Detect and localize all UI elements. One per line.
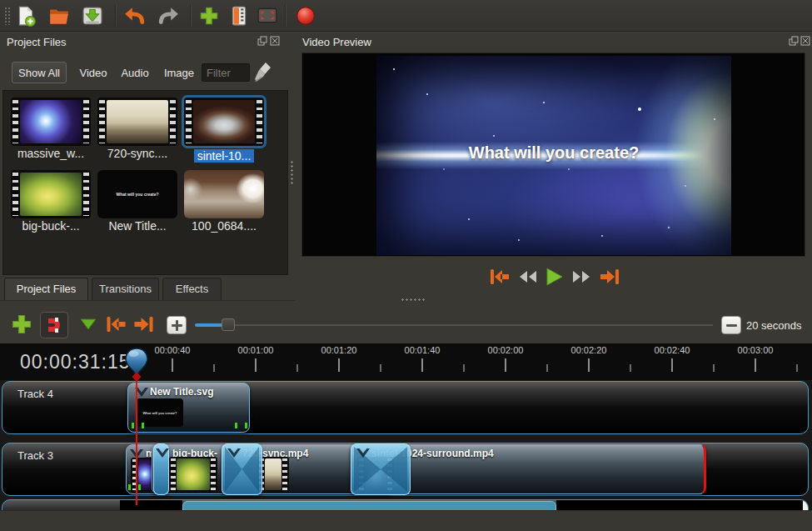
jump-to-start-button[interactable]: [488, 263, 511, 288]
fullscreen-icon: [257, 5, 278, 27]
float-panel-icon[interactable]: [257, 36, 267, 46]
file-item-100-0684[interactable]: 100_0684....: [184, 170, 264, 235]
stars-decoration: [393, 68, 395, 70]
ruler-label: 00:02:20: [560, 345, 618, 355]
plus-glyph: [176, 320, 178, 331]
file-label: massive_w...: [17, 147, 84, 160]
vertical-splitter-handle[interactable]: [291, 160, 293, 185]
zoom-scale-label: 20 seconds: [746, 319, 802, 332]
open-folder-icon: [48, 5, 70, 27]
zoom-out-button[interactable]: [721, 316, 741, 334]
magnet-icon: [44, 315, 64, 335]
next-marker-button[interactable]: [132, 314, 155, 334]
transition-menu-chevron-icon[interactable]: [156, 448, 169, 458]
timeline-tracks-area[interactable]: Track 4 New Title.svg What will you crea…: [0, 380, 812, 510]
image-thumbnail: [184, 170, 264, 218]
fullscreen-button[interactable]: [255, 4, 280, 28]
toolbar-drag-handle[interactable]: [4, 7, 11, 25]
openshot-window: Project Files Show All Video Audio Image…: [0, 0, 812, 531]
track-name: Track 3: [17, 449, 53, 462]
video-preview-title: Video Preview: [302, 36, 371, 48]
tab-effects[interactable]: Effects: [162, 278, 222, 301]
tab-transitions[interactable]: Transitions: [92, 278, 159, 301]
file-label: New Title...: [108, 219, 166, 233]
add-marker-button[interactable]: [79, 318, 97, 331]
playhead-line: [136, 377, 137, 505]
zoom-slider-fill: [195, 323, 223, 327]
track-2-row-partial[interactable]: [2, 499, 809, 510]
video-frame: What will you create?: [376, 56, 731, 255]
open-project-button[interactable]: [47, 4, 72, 28]
save-project-button[interactable]: [80, 4, 105, 28]
jump-to-end-button[interactable]: [598, 263, 621, 288]
filter-audio-button[interactable]: Audio: [117, 62, 153, 83]
play-icon: [543, 267, 565, 287]
close-panel-icon[interactable]: [270, 36, 280, 46]
ruler-label: 00:02:00: [476, 345, 535, 355]
export-video-button[interactable]: [293, 4, 318, 28]
new-project-button[interactable]: [13, 4, 38, 28]
clip-partial[interactable]: [182, 501, 556, 510]
file-item-massive[interactable]: massive_w...: [11, 98, 91, 163]
file-item-new-title[interactable]: What will you create? New Title...: [97, 170, 177, 235]
toolbar-separator: [285, 5, 286, 27]
scroll-corner: [803, 501, 809, 510]
file-label: 100_0684....: [192, 219, 257, 233]
file-item-720-sync[interactable]: 720-sync....: [97, 98, 177, 163]
track-gap: [556, 500, 803, 510]
timeline-ruler[interactable]: 00:00:31:15 00:00:40 00:01:00 00:01:20 0…: [0, 343, 812, 380]
marker-triangle-icon: [79, 318, 97, 331]
ruler-label: 00:01:40: [393, 345, 451, 355]
track-3-row[interactable]: Track 3 m big-buck- 720-sync.mp4: [2, 443, 809, 496]
plus-icon: [198, 5, 220, 27]
zoom-slider-handle[interactable]: [222, 318, 235, 331]
add-track-button[interactable]: [10, 313, 33, 336]
file-item-big-buck[interactable]: big-buck-...: [11, 170, 91, 235]
fast-forward-icon: [570, 267, 592, 287]
filter-input[interactable]: [202, 63, 250, 82]
minus-glyph: [726, 324, 737, 327]
transition-menu-chevron-icon[interactable]: [227, 448, 241, 458]
ruler-label: 00:02:40: [643, 345, 701, 355]
rewind-button[interactable]: [516, 263, 540, 288]
filter-video-button[interactable]: Video: [75, 62, 112, 83]
project-files-title: Project Files: [7, 36, 67, 48]
status-bar: [0, 510, 812, 531]
float-panel-icon[interactable]: [789, 36, 799, 46]
transition-3[interactable]: [351, 443, 411, 495]
play-button[interactable]: [542, 263, 565, 288]
transition-2[interactable]: [222, 443, 262, 495]
zoom-slider-track[interactable]: [195, 324, 713, 326]
jump-end-icon: [599, 267, 620, 287]
ruler-label: 00:00:40: [143, 345, 202, 355]
track-gap: [120, 500, 182, 510]
previous-marker-button[interactable]: [105, 314, 127, 334]
playback-controls: [301, 263, 805, 290]
clear-filter-broom-icon[interactable]: [252, 61, 274, 84]
horizontal-splitter-handle[interactable]: [401, 298, 426, 301]
file-item-sintel[interactable]: sintel-10...: [184, 98, 264, 163]
fast-forward-button[interactable]: [570, 263, 593, 288]
zoom-in-button[interactable]: [167, 316, 187, 334]
project-files-list: massive_w... 720-sync.... sintel-10... b…: [2, 90, 288, 275]
video-viewport[interactable]: What will you create?: [301, 53, 805, 257]
track-4-row[interactable]: Track 4 New Title.svg What will you crea…: [2, 381, 809, 434]
snapping-toggle-button[interactable]: [40, 312, 68, 338]
undo-button[interactable]: [122, 4, 147, 28]
timeline-toolbar: 20 seconds: [0, 302, 812, 343]
undo-icon: [123, 5, 145, 27]
import-files-button[interactable]: [197, 4, 222, 28]
transition-menu-chevron-icon[interactable]: [356, 448, 370, 458]
choose-profile-button[interactable]: [227, 4, 252, 28]
video-thumbnail: [97, 98, 177, 146]
plus-icon: [10, 313, 33, 336]
tab-project-files[interactable]: Project Files: [4, 278, 88, 301]
ruler-label: 00:01:20: [310, 345, 368, 355]
clip-new-title[interactable]: New Title.svg What will you create?: [127, 383, 250, 433]
redo-button[interactable]: [157, 4, 182, 28]
transition-1[interactable]: [153, 443, 169, 495]
filter-show-all-button[interactable]: Show All: [12, 62, 67, 83]
close-panel-icon[interactable]: [800, 36, 810, 46]
filter-image-button[interactable]: Image: [160, 62, 198, 83]
toolbar-separator: [190, 5, 192, 27]
